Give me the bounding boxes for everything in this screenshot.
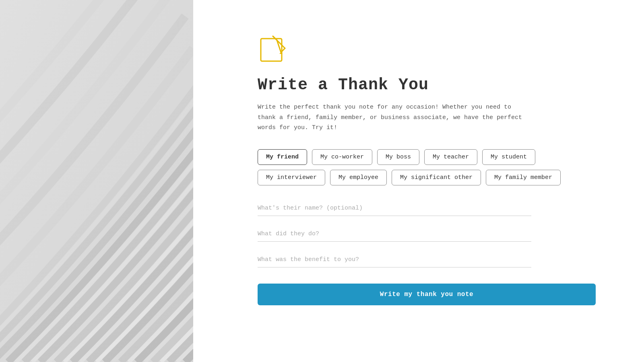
tag-employee[interactable]: My employee bbox=[330, 170, 387, 185]
page-description: Write the perfect thank you note for any… bbox=[258, 102, 531, 133]
benefit-field-group bbox=[258, 253, 596, 267]
tag-teacher[interactable]: My teacher bbox=[424, 149, 477, 165]
tag-interviewer[interactable]: My interviewer bbox=[258, 170, 325, 185]
content-panel: Write a Thank You Write the perfect than… bbox=[193, 0, 644, 362]
name-field-group bbox=[258, 202, 596, 216]
name-input[interactable] bbox=[258, 202, 531, 216]
tag-coworker[interactable]: My co-worker bbox=[312, 149, 372, 165]
tags-row-1: My friend My co-worker My boss My teache… bbox=[258, 149, 596, 165]
tag-boss[interactable]: My boss bbox=[377, 149, 419, 165]
tag-family-member[interactable]: My family member bbox=[486, 170, 561, 185]
form-section: Write my thank you note bbox=[258, 202, 596, 305]
action-field-group bbox=[258, 227, 596, 242]
app-icon bbox=[258, 32, 596, 76]
tag-student[interactable]: My student bbox=[482, 149, 535, 165]
decorative-panel bbox=[0, 0, 193, 362]
tags-row-2: My interviewer My employee My significan… bbox=[258, 170, 596, 185]
action-input[interactable] bbox=[258, 227, 531, 242]
tag-significant-other[interactable]: My significant other bbox=[392, 170, 481, 185]
page-title: Write a Thank You bbox=[258, 76, 596, 94]
benefit-input[interactable] bbox=[258, 253, 531, 267]
tag-friend[interactable]: My friend bbox=[258, 149, 307, 165]
svg-rect-1 bbox=[0, 0, 193, 362]
submit-button[interactable]: Write my thank you note bbox=[258, 284, 596, 305]
